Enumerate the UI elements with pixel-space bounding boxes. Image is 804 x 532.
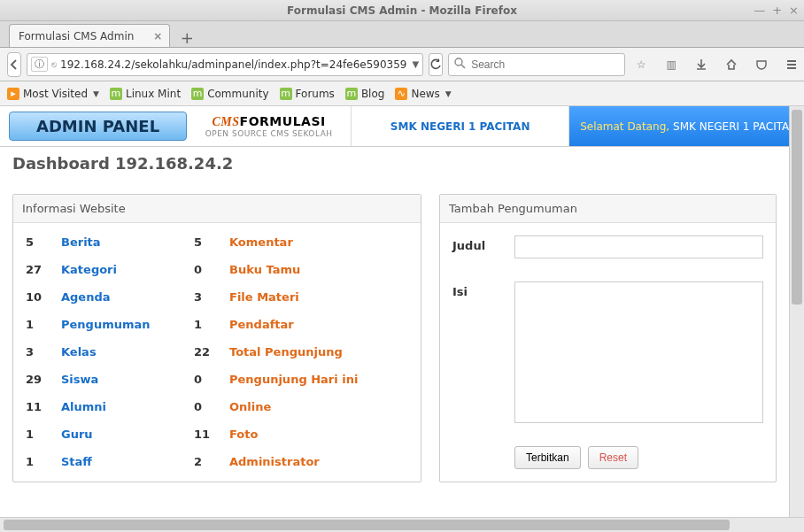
stat-count: 29 <box>26 373 61 386</box>
stat-count: 22 <box>194 345 229 359</box>
stat-count: 0 <box>194 373 229 386</box>
downloads-icon[interactable] <box>691 52 712 77</box>
panel-tambah-pengumuman: Tambah Pengumuman Judul Isi Terbitkan Re… <box>439 194 777 482</box>
stat-link[interactable]: Kelas <box>61 345 194 359</box>
judul-label: Judul <box>452 235 514 258</box>
stat-link[interactable]: Pengunjung Hari ini <box>229 373 408 386</box>
stat-link[interactable]: Agenda <box>61 290 194 304</box>
stat-link[interactable]: Total Pengunjung <box>229 345 408 359</box>
window-title: Formulasi CMS Admin - Mozilla Firefox <box>287 4 517 17</box>
window-minimize-icon[interactable]: — <box>754 4 765 17</box>
stat-count: 1 <box>194 318 229 331</box>
library-icon[interactable]: ▥ <box>661 52 682 77</box>
bookmark-news[interactable]: ∿ News ▼ <box>395 88 451 100</box>
mint-icon: m <box>345 88 358 100</box>
menu-icon[interactable] <box>781 52 802 77</box>
window-close-icon[interactable]: × <box>789 4 799 17</box>
stat-count: 5 <box>26 235 61 249</box>
stat-link[interactable]: Berita <box>61 235 194 249</box>
stat-link[interactable]: Staff <box>61 455 194 468</box>
stat-count: 1 <box>26 318 61 331</box>
bookmark-most-visited[interactable]: ▸ Most Visited ▼ <box>7 88 99 100</box>
stat-link[interactable]: Komentar <box>229 235 408 249</box>
chevron-down-icon: ▼ <box>445 89 452 98</box>
search-bar[interactable] <box>448 53 625 76</box>
mint-icon: m <box>191 88 204 100</box>
panel-header: Tambah Pengumuman <box>440 195 776 223</box>
pocket-icon[interactable] <box>751 52 772 77</box>
panel-informasi-website: Informasi Website 5Berita5Komentar27Kate… <box>12 194 421 482</box>
stat-link[interactable]: Alumni <box>61 400 194 413</box>
stat-link[interactable]: Administrator <box>229 455 408 468</box>
browser-tab[interactable]: Formulasi CMS Admin × <box>9 24 170 47</box>
url-bar[interactable]: ⓘ ⎋ 192.168.24.2/sekolahku/adminpanel/in… <box>27 53 423 76</box>
info-grid: 5Berita5Komentar27Kategori0Buku Tamu10Ag… <box>26 235 408 468</box>
stat-count: 10 <box>26 290 61 304</box>
tab-label: Formulasi CMS Admin <box>19 30 134 42</box>
url-dropdown-icon[interactable]: ▼ <box>412 59 419 69</box>
url-text: 192.168.24.2/sekolahku/adminpanel/index.… <box>60 58 406 71</box>
stat-link[interactable]: Pendaftar <box>229 318 408 331</box>
svg-line-1 <box>461 65 465 68</box>
back-button[interactable] <box>7 52 21 77</box>
page-header: ADMIN PANEL CMSFORMULASI OPEN SOURCE CMS… <box>0 106 789 147</box>
stat-link[interactable]: Buku Tamu <box>229 263 408 276</box>
folder-icon: ▸ <box>7 88 19 100</box>
tab-close-icon[interactable]: × <box>153 30 162 42</box>
stat-link[interactable]: Online <box>229 400 408 413</box>
judul-input[interactable] <box>514 235 763 258</box>
home-icon[interactable] <box>721 52 742 77</box>
bookmark-community[interactable]: m Community <box>191 88 268 100</box>
scroll-thumb[interactable] <box>4 520 730 530</box>
svg-point-0 <box>455 58 462 66</box>
bookmark-star-icon[interactable]: ☆ <box>630 52 652 77</box>
stat-count: 0 <box>194 263 229 276</box>
stat-count: 2 <box>194 455 229 468</box>
stat-count: 27 <box>26 263 61 276</box>
page-viewport: ADMIN PANEL CMSFORMULASI OPEN SOURCE CMS… <box>0 106 789 517</box>
stat-count: 3 <box>26 345 61 359</box>
site-info-icon[interactable]: ⓘ <box>31 57 48 72</box>
stat-link[interactable]: Siswa <box>61 373 194 386</box>
stat-link[interactable]: Pengumuman <box>61 318 194 331</box>
stat-link[interactable]: Guru <box>61 428 194 441</box>
stat-count: 5 <box>194 235 229 249</box>
lock-icon: ⎋ <box>51 59 57 69</box>
welcome-banner: Selamat Datang, SMK NEGERI 1 PACITA <box>569 106 789 146</box>
bookmark-forums[interactable]: m Forums <box>280 88 335 100</box>
rss-icon: ∿ <box>395 88 407 100</box>
bookmark-linux-mint[interactable]: m Linux Mint <box>110 88 181 100</box>
isi-label: Isi <box>452 281 514 423</box>
stat-count: 3 <box>194 290 229 304</box>
mint-icon: m <box>280 88 292 100</box>
window-maximize-icon[interactable]: + <box>772 4 782 17</box>
stat-count: 1 <box>26 428 61 441</box>
new-tab-button[interactable]: + <box>175 27 198 47</box>
admin-panel-button[interactable]: ADMIN PANEL <box>9 112 187 141</box>
stat-count: 0 <box>194 400 229 413</box>
chevron-down-icon: ▼ <box>93 89 99 98</box>
search-input[interactable] <box>471 58 619 71</box>
page-title: Dashboard 192.168.24.2 <box>0 147 789 180</box>
reset-button[interactable]: Reset <box>588 446 638 469</box>
stat-link[interactable]: Kategori <box>61 263 194 276</box>
bookmark-bar: ▸ Most Visited ▼ m Linux Mint m Communit… <box>0 81 804 106</box>
scroll-thumb[interactable] <box>792 110 802 305</box>
terbitkan-button[interactable]: Terbitkan <box>514 446 581 469</box>
school-name[interactable]: SMK NEGERI 1 PACITAN <box>352 106 569 146</box>
window-titlebar: Formulasi CMS Admin - Mozilla Firefox — … <box>0 0 804 21</box>
reload-button[interactable] <box>429 53 443 76</box>
vertical-scrollbar[interactable] <box>789 106 804 517</box>
stat-count: 11 <box>26 400 61 413</box>
stat-link[interactable]: File Materi <box>229 290 408 304</box>
stat-count: 11 <box>194 428 229 441</box>
stat-link[interactable]: Foto <box>229 428 408 441</box>
bookmark-blog[interactable]: m Blog <box>345 88 385 100</box>
panel-header: Informasi Website <box>13 195 421 223</box>
nav-toolbar: ⓘ ⎋ 192.168.24.2/sekolahku/adminpanel/in… <box>0 48 804 81</box>
isi-textarea[interactable] <box>514 281 763 423</box>
tab-strip: Formulasi CMS Admin × + <box>0 21 804 48</box>
horizontal-scrollbar[interactable] <box>0 517 804 532</box>
cms-logo[interactable]: CMSFORMULASI OPEN SOURCE CMS SEKOLAH <box>187 106 352 146</box>
mint-icon: m <box>110 88 122 100</box>
